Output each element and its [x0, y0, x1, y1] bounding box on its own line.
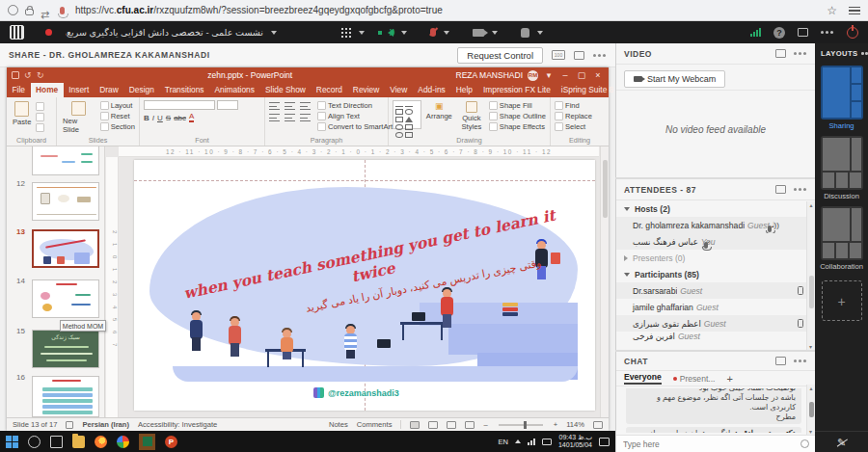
attendee-row-you[interactable]: عباس فرهنگ نسبYou — [616, 233, 815, 250]
powerpoint-icon[interactable]: P — [165, 436, 177, 448]
restore-icon[interactable]: ▢ — [576, 70, 587, 80]
pods-menu-icon[interactable] — [340, 27, 351, 38]
quick-styles-button[interactable]: Quick Styles — [457, 100, 486, 135]
select-button[interactable]: Select — [555, 122, 592, 131]
comments-toggle[interactable]: Comments — [357, 420, 393, 429]
meeting-menu-chevron-icon[interactable] — [271, 31, 277, 35]
task-view-icon[interactable] — [50, 436, 63, 448]
ppt-tab-design[interactable]: Design — [123, 83, 159, 97]
font-color-button[interactable]: A — [189, 113, 194, 122]
fullscreen-icon[interactable] — [798, 28, 808, 37]
new-chat-tab-button[interactable]: + — [726, 373, 732, 385]
notes-status-icon[interactable] — [66, 421, 73, 429]
zoom-out-button[interactable]: – — [483, 420, 487, 429]
slide-sorter-view-icon[interactable] — [428, 421, 438, 429]
arrange-button[interactable]: ▣Arrange — [424, 100, 454, 135]
participants-group-row[interactable]: Participants (85) — [616, 266, 815, 282]
request-control-button[interactable]: Request Control — [457, 47, 543, 64]
ppt-tab-slideshow[interactable]: Slide Show — [259, 83, 311, 97]
chat-scrollbar[interactable]: ▴▾ — [806, 385, 815, 435]
language-status[interactable]: Persian (Iran) — [82, 420, 129, 429]
touch-keyboard-icon[interactable] — [542, 439, 552, 445]
firefox-icon[interactable] — [95, 436, 107, 448]
layout-button[interactable]: Layout — [100, 101, 135, 110]
replace-button[interactable]: Replace — [555, 112, 592, 120]
save-icon[interactable] — [12, 71, 19, 79]
ribbon-display-icon[interactable]: ▾ — [543, 70, 555, 80]
site-mic-permission-icon[interactable] — [60, 7, 65, 14]
hosts-group-row[interactable]: Hosts (2) — [616, 200, 815, 217]
ppt-tab-transitions[interactable]: Transitions — [159, 83, 209, 97]
search-icon[interactable] — [28, 436, 41, 448]
ppt-tab-record[interactable]: Record — [311, 83, 347, 97]
mic-icon[interactable] — [768, 226, 772, 232]
attendees-scrollbar[interactable]: ▴▾ — [806, 201, 815, 350]
adobe-connect-logo[interactable] — [10, 25, 24, 40]
chat-tab-presenters[interactable]: Present... — [673, 374, 716, 384]
connection-signal-icon[interactable] — [750, 28, 761, 37]
chat-tab-everyone[interactable]: Everyone — [624, 372, 662, 385]
close-icon[interactable]: × — [592, 70, 604, 80]
ppt-tab-animations[interactable]: Animations — [209, 83, 259, 97]
font-name-box[interactable] — [144, 100, 215, 110]
zoom-percent-icon[interactable]: 100 — [552, 50, 565, 60]
video-pod-menu-icon[interactable] — [794, 52, 807, 55]
network-icon[interactable] — [528, 439, 535, 445]
attendee-row-clipped[interactable]: افرین فرخیGuest — [616, 332, 815, 341]
chat-fullscreen-icon[interactable] — [775, 357, 786, 365]
file-explorer-icon[interactable] — [72, 436, 85, 448]
start-button-icon[interactable] — [6, 436, 18, 448]
text-direction-button[interactable]: Text Direction — [317, 101, 393, 110]
ppt-tab-home[interactable]: Home — [31, 83, 64, 97]
ppt-tab-view[interactable]: View — [385, 83, 413, 97]
copy-icon[interactable] — [36, 113, 44, 121]
layouts-menu-icon[interactable] — [861, 52, 864, 55]
video-fullscreen-icon[interactable] — [775, 49, 786, 58]
attendee-row[interactable]: Dr.sarsarabiGuest — [616, 282, 815, 299]
layout-discussion-label[interactable]: Discussion — [815, 192, 868, 200]
fit-slide-icon[interactable] — [593, 421, 603, 429]
microphone-chevron-icon[interactable] — [444, 31, 449, 35]
add-layout-button[interactable]: + — [822, 280, 862, 321]
new-slide-button[interactable]: New Slide — [61, 100, 97, 135]
slide-thumbnail-14[interactable] — [32, 279, 99, 318]
bold-button[interactable]: B — [144, 114, 149, 122]
attendee-row[interactable]: Dr. gholamreza kakamanshadiGuest𝅘𝅥)) — [616, 217, 815, 233]
notes-toggle[interactable]: Notes — [329, 420, 348, 429]
current-slide[interactable]: when you teach something you get to lear… — [134, 160, 595, 411]
shape-effects-button[interactable]: Shape Effects — [489, 122, 546, 131]
layout-collaboration-label[interactable]: Collaboration — [815, 262, 868, 271]
layout-discussion-thumbnail[interactable] — [821, 136, 863, 190]
numbering-icon[interactable] — [285, 102, 295, 110]
undo-icon[interactable]: ↺ — [24, 71, 32, 79]
reading-view-icon[interactable] — [447, 421, 456, 429]
attendee-row[interactable]: jamile ghaffarianGuest — [616, 299, 815, 315]
language-indicator[interactable]: EN — [499, 438, 508, 446]
redo-icon[interactable]: ↻ — [37, 71, 44, 79]
raise-hand-icon[interactable] — [521, 28, 529, 38]
attendees-pod-menu-icon[interactable] — [794, 188, 807, 191]
shapes-gallery[interactable] — [393, 100, 421, 129]
section-button[interactable]: Section — [100, 122, 135, 131]
share-fullscreen-icon[interactable] — [574, 51, 584, 60]
pods-chevron-icon[interactable] — [359, 31, 365, 35]
normal-view-icon[interactable] — [410, 421, 420, 429]
shield-icon[interactable] — [8, 5, 18, 15]
align-center-icon[interactable] — [285, 114, 295, 121]
zoom-level[interactable]: 114% — [566, 420, 584, 429]
ppt-tab-impression[interactable]: Impression FX Lite — [477, 83, 556, 97]
line-spacing-icon[interactable] — [300, 114, 311, 121]
ppt-tab-file[interactable]: File — [7, 83, 31, 97]
slideshow-view-icon[interactable] — [465, 421, 475, 429]
italic-button[interactable]: I — [152, 114, 154, 122]
bookmark-star-icon[interactable]: ☆ — [827, 4, 837, 17]
emoji-icon[interactable] — [800, 439, 809, 448]
ppt-tab-help[interactable]: Help — [450, 83, 477, 97]
reset-button[interactable]: Reset — [100, 112, 135, 120]
ppt-tab-ispring[interactable]: iSpring Suite 8 — [556, 83, 618, 97]
minimize-icon[interactable]: – — [559, 70, 571, 80]
align-left-icon[interactable] — [269, 114, 280, 121]
find-button[interactable]: Find — [555, 101, 592, 110]
clock[interactable]: 09:43 ب.ظ 1401/05/04 — [558, 434, 592, 449]
layout-sharing-thumbnail[interactable] — [821, 66, 863, 120]
